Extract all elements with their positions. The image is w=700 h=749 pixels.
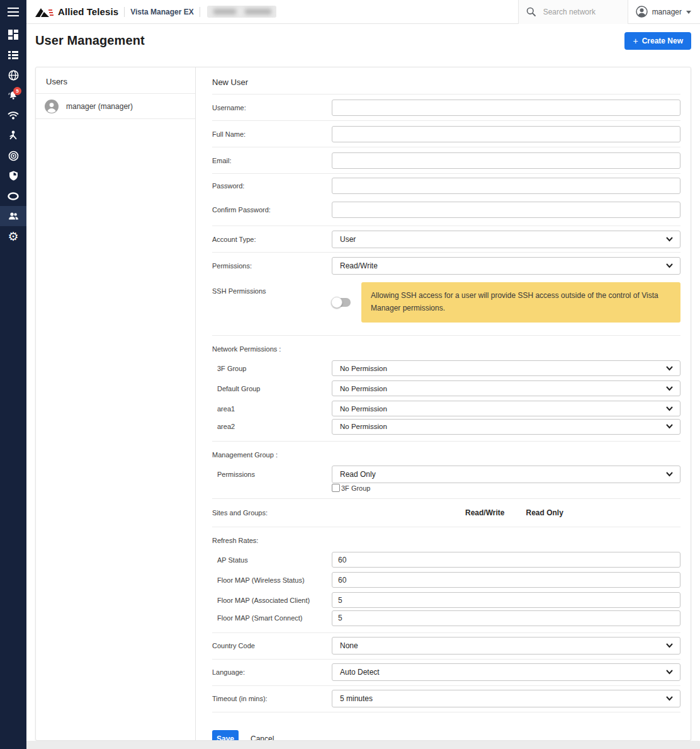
topbar: Allied Telesis Vista Manager EX <box>26 0 700 24</box>
users-panel-title: Users <box>36 67 195 94</box>
sidebar-item-asset-management[interactable] <box>0 45 26 65</box>
language-select[interactable]: Auto Detect <box>332 663 680 681</box>
network-permission-value: No Permission <box>340 405 387 413</box>
group-checkbox[interactable] <box>332 484 340 492</box>
main-area: Allied Telesis Vista Manager EX <box>26 0 700 749</box>
sites-and-groups-label: Sites and Groups: <box>212 509 332 517</box>
user-list-item-label: manager (manager) <box>66 102 133 111</box>
chevron-down-icon <box>666 424 673 429</box>
timeout-select[interactable]: 5 minutes <box>332 690 680 707</box>
account-type-select[interactable]: User <box>332 231 680 248</box>
user-list-item[interactable]: manager (manager) <box>36 94 195 119</box>
password-row: Password: <box>212 174 680 198</box>
chevron-down-icon <box>666 386 673 391</box>
ssh-permissions-label: SSH Permissions <box>212 282 332 295</box>
network-permission-select-area1[interactable]: No Permission <box>332 401 680 416</box>
chevron-down-icon <box>666 366 673 371</box>
timeout-label: Timeout (in mins): <box>212 695 332 702</box>
floor-map-wireless-status-field[interactable] <box>332 572 680 588</box>
user-menu[interactable]: manager <box>628 6 700 18</box>
sites-col-read-only: Read Only <box>526 508 563 517</box>
timeout-value: 5 minutes <box>340 694 373 703</box>
hamburger-menu-icon <box>8 8 19 16</box>
network-permission-select-area2[interactable]: No Permission <box>332 419 680 435</box>
permissions-label: Permissions: <box>212 262 332 270</box>
account-type-row: Account Type: User <box>212 226 680 252</box>
password-field[interactable] <box>332 178 680 194</box>
cancel-button[interactable]: Cancel <box>251 735 274 741</box>
plus-icon: + <box>633 36 638 46</box>
sidebar-menu-button[interactable] <box>0 0 26 24</box>
management-permissions-select[interactable]: Read Only <box>332 466 680 483</box>
toggle-knob <box>331 297 342 308</box>
brand-name: Allied Telesis <box>58 6 118 17</box>
confirm-password-row: Confirm Password: <box>212 198 680 222</box>
sdwan-icon <box>8 151 19 161</box>
user-menu-name: manager <box>652 8 682 16</box>
username-row: Username: <box>212 94 680 120</box>
sites-col-read-write: Read/Write <box>465 508 504 517</box>
sidebar-item-network-map[interactable] <box>0 65 26 85</box>
network-group-label: 3F Group <box>212 365 332 372</box>
refresh-rate-label: Floor MAP (Associated Client) <box>212 597 332 604</box>
chevron-down-icon <box>666 643 673 648</box>
sidebar-item-wireless[interactable] <box>0 105 26 125</box>
permissions-select[interactable]: Read/Write <box>332 257 680 275</box>
redacted-network-name <box>207 6 276 18</box>
sidebar-item-sdwan[interactable] <box>0 146 26 166</box>
confirm-password-field[interactable] <box>332 202 680 218</box>
full-name-field[interactable] <box>332 126 680 142</box>
sidebar-item-cloud[interactable] <box>0 186 26 206</box>
refresh-rates-label: Refresh Rates: <box>212 527 680 550</box>
users-panel: Users manager (manager) <box>36 67 196 740</box>
sidebar-item-security[interactable] <box>0 166 26 186</box>
sidebar-item-user-management[interactable] <box>0 206 26 226</box>
chevron-down-icon <box>666 406 673 411</box>
sites-and-groups-row: Sites and Groups: Read/Write Read Only <box>212 499 680 527</box>
content-card: Users manager (manager) New User Usernam… <box>35 67 691 741</box>
permissions-row: Permissions: Read/Write <box>212 253 680 278</box>
sidebar: 5 <box>0 0 26 749</box>
create-new-button[interactable]: + Create New <box>624 32 691 50</box>
notification-badge: 5 <box>13 87 21 95</box>
network-permission-row: area2 No Permission <box>212 419 680 441</box>
page-footer-background <box>26 741 700 749</box>
management-group-checkbox-row: 3F Group <box>212 482 680 498</box>
email-field[interactable] <box>332 152 680 169</box>
language-label: Language: <box>212 668 332 676</box>
email-label: Email: <box>212 157 332 164</box>
chevron-down-icon <box>666 237 673 242</box>
search-bar <box>518 0 628 24</box>
asset-management-icon <box>8 51 18 59</box>
language-value: Auto Detect <box>340 668 380 677</box>
save-button[interactable]: Save <box>212 730 239 741</box>
country-code-label: Country Code <box>212 642 332 649</box>
network-permission-select-default-group[interactable]: No Permission <box>332 380 680 396</box>
country-code-select[interactable]: None <box>332 637 680 655</box>
search-input[interactable] <box>542 7 616 17</box>
security-icon <box>9 171 18 181</box>
password-label: Password: <box>212 182 332 190</box>
chevron-down-icon <box>666 263 673 268</box>
floor-map-associated-client-field[interactable] <box>332 592 680 608</box>
sidebar-item-system-settings[interactable]: ⚙ <box>0 226 26 246</box>
sidebar-item-events[interactable]: 5 <box>0 85 26 105</box>
system-settings-icon: ⚙ <box>8 231 18 243</box>
ssh-warning-text: Allowing SSH access for a user will prov… <box>361 282 680 323</box>
network-map-icon <box>8 70 19 81</box>
sidebar-nav: 5 <box>0 25 26 246</box>
page-title: User Management <box>35 33 145 48</box>
network-permission-select-3f-group[interactable]: No Permission <box>332 360 680 376</box>
ap-status-field[interactable] <box>332 552 680 568</box>
sidebar-item-network-services[interactable] <box>0 125 26 146</box>
username-field[interactable] <box>332 100 680 116</box>
create-new-label: Create New <box>642 37 683 45</box>
floor-map-smart-connect-field[interactable] <box>332 610 680 626</box>
divider <box>200 7 200 17</box>
refresh-rate-row: Floor MAP (Associated Client) <box>212 590 680 610</box>
sidebar-item-dashboard[interactable] <box>0 25 26 45</box>
account-type-label: Account Type: <box>212 236 332 243</box>
network-group-label: Default Group <box>212 385 332 392</box>
email-row: Email: <box>212 147 680 173</box>
ssh-toggle[interactable] <box>332 298 351 307</box>
